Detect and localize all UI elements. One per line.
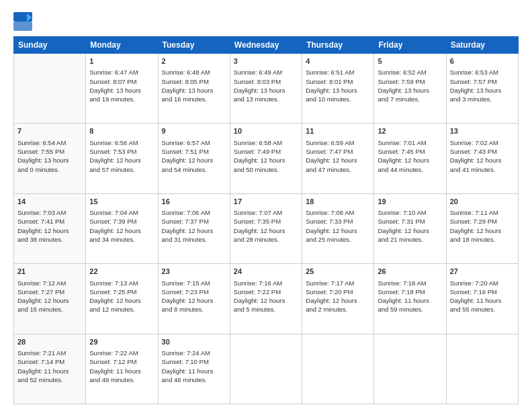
calendar-cell: 14Sunrise: 7:03 AM Sunset: 7:41 PM Dayli… xyxy=(14,193,86,263)
date-number: 10 xyxy=(234,126,298,136)
calendar-cell: 3Sunrise: 6:49 AM Sunset: 8:03 PM Daylig… xyxy=(230,54,302,124)
cell-text: Sunrise: 7:10 AM Sunset: 7:31 PM Dayligh… xyxy=(378,208,442,244)
cell-text: Sunrise: 7:21 AM Sunset: 7:14 PM Dayligh… xyxy=(17,349,82,384)
cell-text: Sunrise: 6:48 AM Sunset: 8:05 PM Dayligh… xyxy=(162,68,226,103)
calendar-cell: 8Sunrise: 6:56 AM Sunset: 7:53 PM Daylig… xyxy=(86,124,158,193)
date-number: 21 xyxy=(17,267,82,277)
header-day-tuesday: Tuesday xyxy=(158,37,230,54)
cell-text: Sunrise: 6:59 AM Sunset: 7:47 PM Dayligh… xyxy=(306,138,370,174)
cell-text: Sunrise: 6:54 AM Sunset: 7:55 PM Dayligh… xyxy=(17,138,82,174)
calendar-row-4: 28Sunrise: 7:21 AM Sunset: 7:14 PM Dayli… xyxy=(14,334,519,404)
cell-text: Sunrise: 7:18 AM Sunset: 7:18 PM Dayligh… xyxy=(378,279,442,314)
header-day-friday: Friday xyxy=(374,37,446,54)
date-number: 7 xyxy=(17,126,82,136)
date-number: 9 xyxy=(162,126,226,136)
calendar-cell: 4Sunrise: 6:51 AM Sunset: 8:01 PM Daylig… xyxy=(302,54,374,124)
date-number: 14 xyxy=(17,197,82,207)
calendar-cell: 11Sunrise: 6:59 AM Sunset: 7:47 PM Dayli… xyxy=(302,124,374,193)
cell-text: Sunrise: 6:58 AM Sunset: 7:49 PM Dayligh… xyxy=(234,138,298,174)
calendar-cell xyxy=(230,334,302,404)
calendar-cell: 1Sunrise: 6:47 AM Sunset: 8:07 PM Daylig… xyxy=(86,54,158,124)
calendar-cell xyxy=(14,54,86,124)
header-day-sunday: Sunday xyxy=(14,37,86,54)
cell-text: Sunrise: 7:17 AM Sunset: 7:20 PM Dayligh… xyxy=(306,279,370,314)
cell-text: Sunrise: 7:08 AM Sunset: 7:33 PM Dayligh… xyxy=(306,208,370,244)
date-number: 28 xyxy=(17,337,82,347)
date-number: 29 xyxy=(89,337,154,347)
date-number: 4 xyxy=(306,56,370,66)
calendar-row-0: 1Sunrise: 6:47 AM Sunset: 8:07 PM Daylig… xyxy=(14,54,519,124)
calendar-cell: 13Sunrise: 7:02 AM Sunset: 7:43 PM Dayli… xyxy=(446,124,518,193)
date-number: 26 xyxy=(378,267,442,277)
date-number: 16 xyxy=(162,197,226,207)
header-day-wednesday: Wednesday xyxy=(230,37,302,54)
date-number: 6 xyxy=(450,56,515,66)
calendar-cell: 12Sunrise: 7:01 AM Sunset: 7:45 PM Dayli… xyxy=(374,124,446,193)
calendar-cell: 17Sunrise: 7:07 AM Sunset: 7:35 PM Dayli… xyxy=(230,193,302,263)
date-number: 2 xyxy=(162,56,226,66)
cell-text: Sunrise: 7:12 AM Sunset: 7:27 PM Dayligh… xyxy=(17,279,82,314)
calendar-cell: 9Sunrise: 6:57 AM Sunset: 7:51 PM Daylig… xyxy=(158,124,230,193)
cell-text: Sunrise: 6:57 AM Sunset: 7:51 PM Dayligh… xyxy=(162,138,226,174)
svg-rect-1 xyxy=(13,21,32,31)
date-number: 13 xyxy=(450,126,515,136)
date-number: 1 xyxy=(89,56,154,66)
date-number: 24 xyxy=(234,267,298,277)
calendar-cell: 22Sunrise: 7:13 AM Sunset: 7:25 PM Dayli… xyxy=(86,264,158,334)
header-row: SundayMondayTuesdayWednesdayThursdayFrid… xyxy=(14,37,519,54)
calendar-row-1: 7Sunrise: 6:54 AM Sunset: 7:55 PM Daylig… xyxy=(14,124,519,193)
cell-text: Sunrise: 6:53 AM Sunset: 7:57 PM Dayligh… xyxy=(450,68,515,103)
cell-text: Sunrise: 7:15 AM Sunset: 7:23 PM Dayligh… xyxy=(162,279,226,314)
logo-icon xyxy=(13,12,32,31)
calendar-cell xyxy=(446,334,518,404)
calendar-cell: 16Sunrise: 7:06 AM Sunset: 7:37 PM Dayli… xyxy=(158,193,230,263)
cell-text: Sunrise: 6:49 AM Sunset: 8:03 PM Dayligh… xyxy=(234,68,298,103)
calendar-row-2: 14Sunrise: 7:03 AM Sunset: 7:41 PM Dayli… xyxy=(14,193,519,263)
calendar-cell: 26Sunrise: 7:18 AM Sunset: 7:18 PM Dayli… xyxy=(374,264,446,334)
cell-text: Sunrise: 7:01 AM Sunset: 7:45 PM Dayligh… xyxy=(378,138,442,174)
calendar-cell: 23Sunrise: 7:15 AM Sunset: 7:23 PM Dayli… xyxy=(158,264,230,334)
calendar-cell xyxy=(374,334,446,404)
date-number: 12 xyxy=(378,126,442,136)
calendar-cell: 18Sunrise: 7:08 AM Sunset: 7:33 PM Dayli… xyxy=(302,193,374,263)
date-number: 25 xyxy=(306,267,370,277)
calendar-cell: 15Sunrise: 7:04 AM Sunset: 7:39 PM Dayli… xyxy=(86,193,158,263)
calendar-cell: 27Sunrise: 7:20 AM Sunset: 7:16 PM Dayli… xyxy=(446,264,518,334)
calendar-cell: 7Sunrise: 6:54 AM Sunset: 7:55 PM Daylig… xyxy=(14,124,86,193)
calendar-cell: 28Sunrise: 7:21 AM Sunset: 7:14 PM Dayli… xyxy=(14,334,86,404)
date-number: 11 xyxy=(306,126,370,136)
calendar-cell xyxy=(302,334,374,404)
date-number: 22 xyxy=(89,267,154,277)
cell-text: Sunrise: 7:07 AM Sunset: 7:35 PM Dayligh… xyxy=(234,208,298,244)
cell-text: Sunrise: 6:56 AM Sunset: 7:53 PM Dayligh… xyxy=(89,138,154,174)
cell-text: Sunrise: 7:04 AM Sunset: 7:39 PM Dayligh… xyxy=(89,208,154,244)
date-number: 17 xyxy=(234,197,298,207)
date-number: 19 xyxy=(378,197,442,207)
cell-text: Sunrise: 6:52 AM Sunset: 7:59 PM Dayligh… xyxy=(378,68,442,103)
calendar-cell: 2Sunrise: 6:48 AM Sunset: 8:05 PM Daylig… xyxy=(158,54,230,124)
cell-text: Sunrise: 7:06 AM Sunset: 7:37 PM Dayligh… xyxy=(162,208,226,244)
cell-text: Sunrise: 6:51 AM Sunset: 8:01 PM Dayligh… xyxy=(306,68,370,103)
calendar-cell: 30Sunrise: 7:24 AM Sunset: 7:10 PM Dayli… xyxy=(158,334,230,404)
calendar-cell: 29Sunrise: 7:22 AM Sunset: 7:12 PM Dayli… xyxy=(86,334,158,404)
calendar-cell: 24Sunrise: 7:16 AM Sunset: 7:22 PM Dayli… xyxy=(230,264,302,334)
date-number: 3 xyxy=(234,56,298,66)
calendar-cell: 6Sunrise: 6:53 AM Sunset: 7:57 PM Daylig… xyxy=(446,54,518,124)
date-number: 15 xyxy=(89,197,154,207)
cell-text: Sunrise: 7:02 AM Sunset: 7:43 PM Dayligh… xyxy=(450,138,515,174)
calendar-cell: 20Sunrise: 7:11 AM Sunset: 7:29 PM Dayli… xyxy=(446,193,518,263)
calendar-cell: 5Sunrise: 6:52 AM Sunset: 7:59 PM Daylig… xyxy=(374,54,446,124)
cell-text: Sunrise: 7:16 AM Sunset: 7:22 PM Dayligh… xyxy=(234,279,298,314)
header-day-monday: Monday xyxy=(86,37,158,54)
calendar-cell: 10Sunrise: 6:58 AM Sunset: 7:49 PM Dayli… xyxy=(230,124,302,193)
header-day-saturday: Saturday xyxy=(446,37,518,54)
date-number: 30 xyxy=(162,337,226,347)
cell-text: Sunrise: 7:11 AM Sunset: 7:29 PM Dayligh… xyxy=(450,208,515,244)
cell-text: Sunrise: 6:47 AM Sunset: 8:07 PM Dayligh… xyxy=(89,68,154,103)
date-number: 20 xyxy=(450,197,515,207)
date-number: 18 xyxy=(306,197,370,207)
cell-text: Sunrise: 7:22 AM Sunset: 7:12 PM Dayligh… xyxy=(89,349,154,384)
date-number: 23 xyxy=(162,267,226,277)
header-day-thursday: Thursday xyxy=(302,37,374,54)
cell-text: Sunrise: 7:03 AM Sunset: 7:41 PM Dayligh… xyxy=(17,208,82,244)
